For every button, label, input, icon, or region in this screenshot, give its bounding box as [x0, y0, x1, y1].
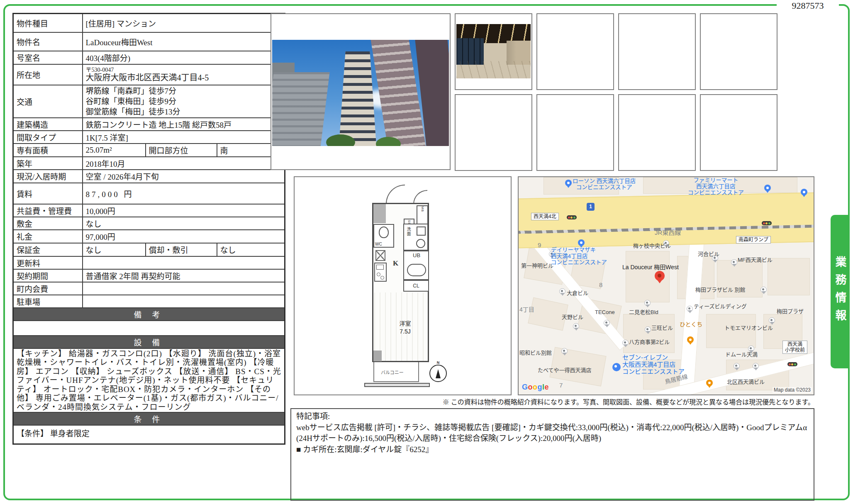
row-value: 25.07m²: [83, 144, 146, 157]
conditions-body: 【条件】 単身者限定: [13, 425, 285, 444]
row-label: 共益費・管理費: [13, 204, 83, 217]
map-label-chome: 4丁目: [519, 307, 534, 313]
photo-slot-empty: [700, 13, 777, 90]
map-label-building: 第一神明ビル: [521, 263, 553, 269]
map-label-building: MF西天満ビル: [738, 257, 773, 263]
table-row: 号室名403(4階部分): [13, 51, 285, 64]
map-label-building: ティーズビルディング: [694, 303, 747, 309]
burner-icon: [380, 276, 384, 280]
special-notes-title: 特記事項:: [296, 411, 809, 422]
address-cell: 〒530-0047大阪府大阪市北区西天満4丁目4-5: [83, 64, 285, 85]
main-tower: [339, 51, 377, 146]
row-value: [83, 295, 285, 308]
entrance-photo: [456, 24, 531, 78]
row-label: 築年: [13, 157, 83, 170]
map-label-building: 八方商事第2ビル: [629, 339, 670, 345]
store-pin: [801, 189, 807, 195]
building-pin: [645, 326, 651, 333]
section-header-row: 設 備: [13, 336, 285, 348]
table-row: 所在地〒530-0047大阪府大阪市北区西天満4丁目4-5: [13, 64, 285, 85]
building-pin: [769, 317, 775, 324]
map-block: [768, 258, 810, 295]
route-1-shield: 1: [587, 203, 595, 211]
section-header-row: 備 考: [13, 308, 285, 321]
map-label-building: TECone: [595, 309, 615, 315]
compass-north-label: N: [437, 360, 440, 365]
building-pin: [573, 323, 579, 329]
map-block: [706, 314, 756, 348]
photo-slot-entrance: [455, 13, 532, 90]
map-label-block-number: 9: [538, 242, 541, 248]
building-pin: [748, 346, 754, 352]
map-label-building: 昭和ビル別館: [519, 350, 552, 356]
restaurant-pin: [706, 380, 713, 386]
map-label-building: 大倉ビル: [567, 290, 588, 296]
bedroom-label: 洋室 7.5J: [388, 320, 423, 336]
property-location-pin: [655, 271, 665, 281]
map-label-restaurant: ひとくち: [680, 321, 702, 328]
map-label-ramp: 南森町ランプ: [736, 236, 771, 243]
building-pin: [644, 300, 651, 306]
row-label: 交通: [13, 85, 83, 118]
bath-label: UB: [413, 252, 420, 258]
rent-value: 87,000 円: [83, 183, 285, 204]
row-label: 物件名: [13, 32, 83, 51]
row-value: 403(4階部分): [83, 51, 285, 64]
map-label-building: トモエマリオンビル: [724, 325, 773, 331]
bath-room: UB: [403, 251, 429, 280]
floor-plan: MB SB WC 洗面 K UB CL 洋室 7.5J バルコニー: [294, 176, 512, 395]
row-label: 契約期間: [13, 269, 83, 282]
entrance-floor: [456, 61, 531, 78]
row-label: 号室名: [13, 51, 83, 64]
building-pin: [753, 363, 759, 369]
logo-letter: G: [522, 383, 528, 391]
property-flyer-page: 9287573 業務情報 物件種目[住居用] マンション 物件名LaDouceu…: [0, 0, 853, 504]
map-label-familymart: ファミリーマート 西天満六丁目店 コンビニエンスストア: [688, 177, 744, 196]
building-pin: [559, 288, 565, 295]
traffic-light-icon: [762, 221, 772, 225]
bathtub-icon: [407, 264, 426, 276]
row-value: [83, 282, 285, 295]
kitchen-unit: [374, 263, 387, 282]
row-label: 間取タイプ: [13, 131, 83, 144]
map-label-restaurant2: たべてや一得西天満店: [538, 367, 591, 373]
map-block: [550, 347, 607, 387]
table-row: 更新料: [13, 256, 285, 269]
remarks-row: [13, 321, 285, 336]
map-label-school: 西天満 小学校前: [782, 341, 807, 354]
row-value: [住居用] マンション: [83, 14, 285, 32]
postal-code: 〒530-0047: [86, 67, 282, 73]
table-row: 町内会費: [13, 282, 285, 295]
row-value: 2018年10月: [83, 157, 285, 170]
photo-slot-empty: [618, 13, 696, 90]
photo-slot-empty: [618, 94, 696, 171]
table-row: 礼金97,000円: [13, 230, 285, 243]
section-header-row: 条 件: [13, 412, 285, 425]
map-label-building: 河合ビル: [698, 251, 719, 257]
row-value: 空室 / 2026年4月下旬: [83, 170, 285, 183]
washbasin-icon: [417, 226, 426, 236]
table-row: 建築構造鉄筋コンクリート造 地上15階 総戸数58戸: [13, 118, 285, 131]
compass-needle: [436, 369, 441, 378]
map-label-lawson: ローソン 西天満六丁目店 コンビニエンスストア: [573, 178, 636, 190]
washroom-label: 洗面: [405, 227, 412, 236]
row-label: 礼金: [13, 230, 83, 243]
row-value: 97,000円: [83, 230, 285, 243]
pipe-space-icon: [375, 250, 385, 261]
building-pin: [734, 363, 740, 369]
row-value: 1K[7.5 洋室]: [83, 131, 285, 144]
closet-label: CL: [413, 283, 419, 289]
map-attribution: Map data ©2023: [773, 387, 812, 393]
logo-letter: o: [528, 383, 533, 391]
meter-box-label: MB: [421, 206, 424, 212]
balcony: バルコニー: [373, 362, 419, 382]
photo-slot-main: [271, 13, 451, 170]
map-label-building: 三旺ビル: [651, 325, 673, 331]
row-value: 鉄筋コンクリート造 地上15階 総戸数58戸: [83, 118, 285, 131]
balcony-storage: [373, 351, 382, 361]
row-label: 物件種目: [13, 14, 83, 32]
logo-letter: g: [538, 383, 543, 391]
conditions-row: 【条件】 単身者限定: [13, 425, 285, 444]
table-row: 物件種目[住居用] マンション: [13, 14, 285, 32]
business-info-tab-label: 業務情報: [832, 256, 848, 327]
